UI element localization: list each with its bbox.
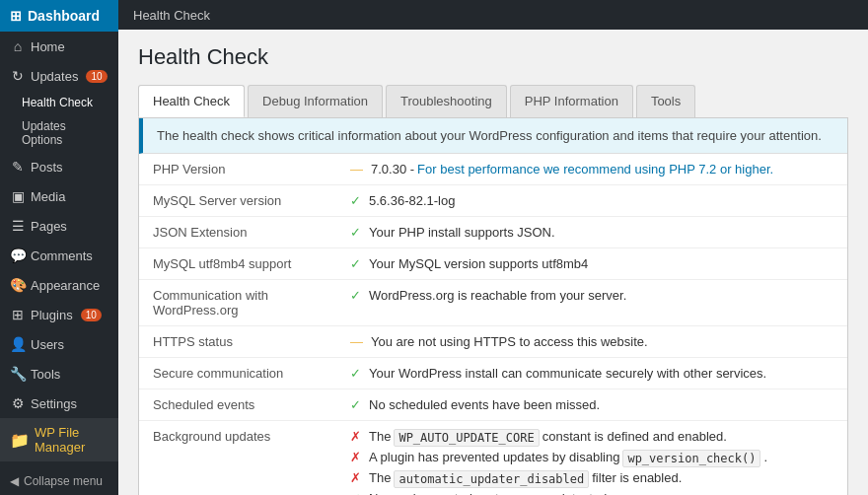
sidebar-item-label: Appearance: [31, 278, 100, 293]
content-area: Health Check Health Check Debug Informat…: [118, 30, 868, 495]
tab-php-information[interactable]: PHP Information: [510, 85, 633, 117]
media-icon: ▣: [10, 188, 26, 204]
value-row: ✓Your WordPress install can communicate …: [350, 366, 833, 381]
main-content: Health Check Health Check Health Check D…: [118, 0, 868, 495]
check-value: ✓5.6.36-82.1-log: [336, 185, 847, 217]
sidebar-header[interactable]: ⊞ Dashboard: [0, 0, 118, 32]
check-table: PHP Version—7.0.30 - For best performanc…: [139, 154, 847, 495]
sidebar-item-label: Updates Options: [22, 119, 66, 147]
sidebar-item-pages[interactable]: ☰ Pages: [0, 211, 118, 241]
sidebar-item-health-check[interactable]: Health Check: [0, 91, 118, 114]
table-row: JSON Extension✓Your PHP install supports…: [139, 217, 847, 248]
check-label: MySQL utf8mb4 support: [139, 248, 336, 280]
tab-tools[interactable]: Tools: [636, 85, 695, 117]
check-text: No version control systems were detected…: [369, 491, 611, 495]
notice-text: The health check shows critical informat…: [139, 118, 847, 154]
check-text2: filter is enabled.: [592, 470, 682, 485]
users-icon: 👤: [10, 336, 26, 352]
check-code: automatic_updater_disabled: [394, 470, 589, 488]
value-row: ✓5.6.36-82.1-log: [350, 193, 833, 208]
value-row: ✗A plugin has prevented updates by disab…: [350, 450, 833, 467]
table-row: Background updates✗The WP_AUTO_UPDATE_CO…: [139, 421, 847, 496]
updates-badge: 10: [86, 70, 107, 83]
status-icon: ✗: [350, 450, 361, 464]
sidebar-item-media[interactable]: ▣ Media: [0, 181, 118, 211]
check-value: —You are not using HTTPS to access this …: [336, 326, 847, 358]
check-value: ✓Your MySQL version supports utf8mb4: [336, 248, 847, 280]
check-label: MySQL Server version: [139, 185, 336, 217]
status-icon: —: [350, 334, 363, 349]
sidebar-item-label: Users: [31, 337, 64, 352]
sidebar-item-wp-file-manager[interactable]: 📁 WP File Manager: [0, 418, 118, 461]
check-text: 7.0.30 -: [371, 162, 414, 177]
table-row: MySQL utf8mb4 support✓Your MySQL version…: [139, 248, 847, 280]
collapse-label: Collapse menu: [24, 474, 103, 488]
status-icon: ✓: [350, 256, 361, 271]
check-text: Your PHP install supports JSON.: [369, 225, 555, 240]
sidebar-item-appearance[interactable]: 🎨 Appearance: [0, 270, 118, 300]
sidebar-item-home[interactable]: ⌂ Home: [0, 32, 118, 61]
check-text: You are not using HTTPS to access this w…: [371, 334, 648, 349]
check-text2: constant is defined and enabled.: [542, 429, 727, 444]
check-value: ✗The WP_AUTO_UPDATE_CORE constant is def…: [336, 421, 847, 496]
status-icon: —: [350, 162, 363, 177]
status-icon: ✓: [350, 288, 361, 303]
appearance-icon: 🎨: [10, 277, 26, 293]
check-label: HTTPS status: [139, 326, 336, 358]
status-icon: ✓: [350, 193, 361, 208]
check-label: Communication with WordPress.org: [139, 280, 336, 326]
sidebar-item-label: Updates: [31, 69, 78, 84]
tab-troubleshooting[interactable]: Troubleshooting: [386, 85, 507, 117]
check-code: WP_AUTO_UPDATE_CORE: [394, 429, 539, 447]
wp-file-manager-label: WP File Manager: [35, 425, 108, 455]
sidebar-item-comments[interactable]: 💬 Comments: [0, 241, 118, 270]
status-icon: ✓: [350, 366, 361, 381]
check-link[interactable]: For best performance we recommend using …: [417, 162, 773, 177]
sidebar-item-posts[interactable]: ✎ Posts: [0, 152, 118, 181]
tab-health-check[interactable]: Health Check: [138, 85, 245, 117]
check-label: Secure communication: [139, 358, 336, 389]
sidebar-item-tools[interactable]: 🔧 Tools: [0, 359, 118, 389]
table-row: PHP Version—7.0.30 - For best performanc…: [139, 154, 847, 185]
check-text2: .: [763, 450, 767, 464]
sidebar-item-users[interactable]: 👤 Users: [0, 329, 118, 359]
check-text: WordPress.org is reachable from your ser…: [369, 288, 626, 303]
tab-debug-information[interactable]: Debug Information: [248, 85, 383, 117]
plugins-icon: ⊞: [10, 307, 26, 322]
sidebar-item-label: Tools: [31, 367, 60, 382]
tools-icon: 🔧: [10, 366, 26, 382]
check-text: Your WordPress install can communicate s…: [369, 366, 766, 381]
check-label: Scheduled events: [139, 389, 336, 421]
collapse-icon: ◀: [10, 474, 19, 488]
check-value: ✓No scheduled events have been missed.: [336, 389, 847, 421]
check-label: JSON Extension: [139, 217, 336, 248]
sidebar-item-plugins[interactable]: ⊞ Plugins 10: [0, 300, 118, 329]
sidebar-item-label: Media: [31, 189, 65, 204]
table-row: Scheduled events✓No scheduled events hav…: [139, 389, 847, 421]
sidebar-item-label: Pages: [31, 219, 67, 234]
sidebar-collapse[interactable]: ◀ Collapse menu: [0, 467, 118, 495]
sidebar-item-label: Comments: [31, 248, 93, 263]
value-row: ✓WordPress.org is reachable from your se…: [350, 288, 833, 303]
value-row: ✗The WP_AUTO_UPDATE_CORE constant is def…: [350, 429, 833, 447]
table-row: Secure communication✓Your WordPress inst…: [139, 358, 847, 389]
home-icon: ⌂: [10, 38, 26, 54]
check-text: Your MySQL version supports utf8mb4: [369, 256, 588, 271]
sidebar-header-label: Dashboard: [28, 8, 100, 24]
sidebar-item-label: Health Check: [22, 96, 93, 109]
status-icon: ✗: [350, 470, 361, 485]
sidebar-item-settings[interactable]: ⚙ Settings: [0, 389, 118, 418]
check-value: ✓Your PHP install supports JSON.: [336, 217, 847, 248]
check-label: PHP Version: [139, 154, 336, 185]
value-row: —You are not using HTTPS to access this …: [350, 334, 833, 349]
topbar: Health Check: [118, 0, 868, 30]
page-title: Health Check: [138, 44, 848, 70]
check-code: wp_version_check(): [622, 450, 760, 467]
check-text: A plugin has prevented updates by disabl…: [369, 450, 619, 464]
sidebar-item-updates[interactable]: ↻ Updates 10: [0, 61, 118, 91]
status-icon: ✓: [350, 225, 361, 240]
check-value: ✓Your WordPress install can communicate …: [336, 358, 847, 389]
value-row: ✓Your MySQL version supports utf8mb4: [350, 256, 833, 271]
sidebar-item-updates-options[interactable]: Updates Options: [0, 114, 118, 152]
sidebar: ⊞ Dashboard ⌂ Home ↻ Updates 10 Health C…: [0, 0, 118, 495]
